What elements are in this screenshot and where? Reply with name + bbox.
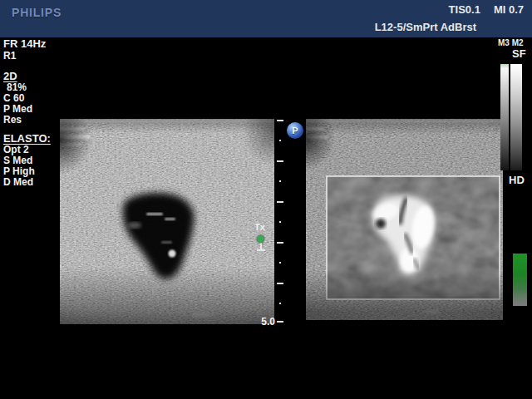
elasto-quality-bar xyxy=(513,254,527,306)
elasto-title: ELASTO: xyxy=(3,133,51,144)
bmode-speckle xyxy=(60,119,274,324)
elasto-display-value: D Med xyxy=(3,177,33,188)
depth-value: 5.0 xyxy=(248,316,275,328)
grayscale-bar-m2 xyxy=(510,64,522,170)
hd-label: HD xyxy=(509,174,525,186)
resolution-value: Res xyxy=(3,115,22,126)
mi-value: MI 0.7 xyxy=(494,3,524,16)
acoustic-indices: TIS0.1 MI 0.7 xyxy=(449,3,524,16)
transducer-preset: L12-5/SmPrt AdBrst xyxy=(375,21,476,33)
bmode-image xyxy=(60,119,274,324)
roi-box xyxy=(327,176,500,299)
grayscale-bar-m3 xyxy=(500,64,509,170)
framerate-label: FR 14Hz xyxy=(3,38,46,49)
tis-value: TIS0.1 xyxy=(449,3,480,16)
probe-orientation-letter: P xyxy=(292,126,298,135)
probe-orientation-icon: P xyxy=(287,122,303,139)
map-labels: M3 M2 xyxy=(498,38,524,47)
tx-focus-dot-icon xyxy=(257,235,264,243)
top-bar: PHILIPS TIS0.1 MI 0.7 L12-5/SmPrt AdBrst xyxy=(0,0,532,37)
elastogram-image xyxy=(306,119,503,320)
mode-2d-title: 2D xyxy=(3,71,17,81)
ultrasound-screen: PHILIPS TIS0.1 MI 0.7 L12-5/SmPrt AdBrst… xyxy=(0,0,532,399)
sf-label: SF xyxy=(512,47,526,60)
depth-ruler xyxy=(274,116,288,326)
tx-focus-foot xyxy=(257,249,265,251)
review-label: R1 xyxy=(3,51,16,62)
tx-focus-label: Tx xyxy=(254,222,265,232)
elastogram-speckle xyxy=(306,119,503,320)
philips-logo: PHILIPS xyxy=(12,6,62,19)
